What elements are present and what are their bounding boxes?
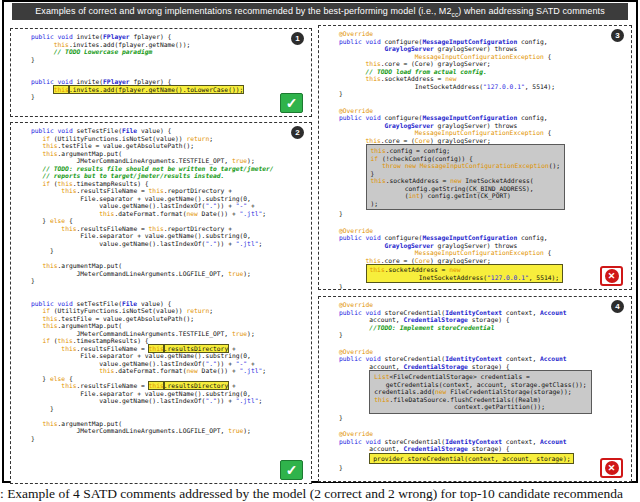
code-version: @Overridepublic void configure(MessageIn… (339, 227, 629, 291)
code-line: account, CredentialStorage storage) { (339, 445, 629, 453)
code-line: this.core = (Core) graylogServer; (339, 137, 629, 145)
code-line: File.separator + value.getName().substri… (31, 195, 309, 203)
code-line: } (31, 435, 309, 443)
code-line: this.resultsFileName = this.resultsDirec… (31, 345, 309, 353)
code-line: // TODO Lowercase paradigm (31, 48, 309, 56)
code-line: //TODO: Implement storeCredential (339, 324, 629, 332)
code-line: value.getName().lastIndexOf(".")) + "-" … (31, 202, 309, 210)
code-line: } (339, 210, 629, 218)
code-line: this.resultsFileName = this.reportDirect… (31, 225, 309, 233)
code-line: File.separator + value.getName().substri… (31, 390, 309, 398)
code-example-box-2: 2 public void setTestFile(File value) { … (10, 122, 312, 484)
code-segment: public void invite(FPlayer fplayer) { th… (31, 78, 309, 101)
code-line: getCredentials(context, account, storage… (374, 381, 586, 389)
code-segment: public void setTestFile(File value) { if… (31, 127, 309, 285)
code-line: public void storeCredential(IdentityCont… (339, 438, 629, 446)
code-line: @Override (339, 301, 629, 309)
code-line: this.fileDataSource.flushCredentials((Re… (374, 396, 586, 404)
code-line: if (UtilityFunctions.isNotSet(value)) re… (31, 135, 309, 143)
code-example-box-4: 4 @Overridepublic void storeCredential(I… (318, 296, 632, 482)
code-line: } (371, 170, 561, 178)
code-segment: @Overridepublic void configure(MessageIn… (339, 107, 629, 145)
code-example-box-1: 1 public void invite(FPlayer fplayer) { … (10, 28, 312, 117)
code-line: } else { (31, 375, 309, 383)
code-line: this.invites.add(fplayer.getName().toLow… (31, 86, 309, 94)
code-line: @Override (339, 30, 629, 38)
code-line: MessageInputConfigurationException { (339, 249, 629, 257)
code-line: this.argumentMap.put( (31, 420, 309, 428)
code-line: } (339, 283, 629, 290)
code-line: this.socketAddress = new (370, 266, 560, 274)
code-line: GraylogServer graylogServer) throws (339, 45, 629, 53)
code-segment: } (339, 210, 629, 218)
code-line: this.argumentMap.put( (31, 150, 309, 158)
code-segment: @Overridepublic void storeCredential(Ide… (339, 301, 629, 339)
code-line: JMeterCommandLineArguments.LOGFILE_OPT, … (31, 427, 309, 435)
code-line: } else { (31, 217, 309, 225)
code-area-1: public void invite(FPlayer fplayer) { th… (31, 33, 309, 114)
code-line: // TODO: results file should not be writ… (31, 165, 309, 173)
code-line: throw new MessageInputConfigurationExcep… (371, 162, 561, 170)
code-version: public void invite(FPlayer fplayer) { th… (31, 33, 309, 63)
code-line: account, CredentialStorage storage) { (339, 316, 629, 324)
code-line: JMeterCommandLineArguments.LOGFILE_OPT, … (31, 270, 309, 278)
code-line: value.getName().lastIndexOf(".")) + "-" … (31, 360, 309, 368)
code-line: } (339, 414, 629, 422)
code-line: GraylogServer graylogServer) throws (339, 242, 629, 250)
code-line: // TODO load from actual config. (339, 68, 629, 76)
code-line: value.getName().lastIndexOf(".")) + ".jt… (31, 397, 309, 405)
code-segment: public void invite(FPlayer fplayer) { th… (31, 33, 309, 63)
code-line: this.argumentMap.put( (31, 322, 309, 330)
code-line: if (this.timestampResults) { (31, 180, 309, 188)
code-line: } (31, 93, 309, 101)
code-version: public void setTestFile(File value) { if… (31, 300, 309, 443)
code-line: account, CredentialStorage storage) { (339, 363, 629, 371)
code-line (31, 412, 309, 420)
code-line: this.socketAddress = new InetSocketAddre… (371, 177, 561, 185)
check-icon: ✓ (280, 460, 303, 480)
code-line (31, 255, 309, 263)
code-line: if (this.timestampResults) { (31, 337, 309, 345)
code-line: public void storeCredential(IdentityCont… (339, 355, 629, 363)
code-line: } (339, 90, 629, 98)
figure-caption: : Example of 4 SATD comments addressed b… (0, 486, 640, 502)
code-area-4: @Overridepublic void storeCredential(Ide… (339, 301, 629, 479)
code-line: InetSocketAddress("127.0.0.1", 5514); (370, 274, 560, 282)
code-line: value.getName().lastIndexOf(".")) + ".jt… (31, 240, 309, 248)
code-line: public void setTestFile(File value) { (31, 300, 309, 308)
code-line: (int) config.getInt(CK_PORT) (371, 192, 561, 200)
code-line: if (!checkConfig(config)) { (371, 155, 561, 163)
cross-circle: ✕ (605, 461, 619, 475)
code-line: public void configure(MessageInputConfig… (339, 38, 629, 46)
code-version: @Overridepublic void storeCredential(Ide… (339, 301, 629, 339)
code-version: @Overridepublic void configure(MessageIn… (339, 107, 629, 218)
code-segment: } (339, 464, 629, 472)
suggested-code-block: List<FileCredentialStorage> credentials … (369, 370, 591, 414)
code-line: this.core = (Core) graylogServer; (339, 257, 629, 265)
code-line: InetSocketAddress("127.0.0.1", 5514); (339, 83, 629, 91)
figure-title-bar: Examples of correct and wrong implementa… (12, 3, 628, 20)
code-line: public void setTestFile(File value) { (31, 127, 309, 135)
code-line: this.resultsFileName = this.resultsDirec… (31, 382, 309, 390)
code-line: File.separator + value.getName().substri… (31, 352, 309, 360)
cross-icon: ✕ (600, 266, 623, 286)
code-line: this.config = config; (371, 147, 561, 155)
highlighted-code-block: this.socketAddress = new InetSocketAddre… (366, 264, 564, 283)
code-segment: } (339, 414, 629, 422)
code-version: @Overridepublic void storeCredential(Ide… (339, 348, 629, 422)
code-line: if (UtilityFunctions.isNotSet(value)) re… (31, 307, 309, 315)
code-line: JMeterCommandLineArguments.TESTFILE_OPT,… (31, 157, 309, 165)
code-line: this.argumentMap.put( (31, 262, 309, 270)
code-line: } (339, 331, 629, 339)
code-area-2: public void setTestFile(File value) { if… (31, 127, 309, 481)
code-line: ); (371, 200, 561, 208)
code-line: this.socketAddress = new (339, 75, 629, 83)
code-line: @Override (339, 430, 629, 438)
figure-title: Examples of correct and wrong implementa… (35, 6, 605, 18)
code-line: } (31, 405, 309, 413)
code-line: } (31, 277, 309, 285)
code-line: public void invite(FPlayer fplayer) { (31, 78, 309, 86)
cross-icon: ✕ (600, 458, 623, 478)
code-area-3: @Overridepublic void configure(MessageIn… (339, 30, 629, 287)
code-line: this.resultsFileName = this.reportDirect… (31, 187, 309, 195)
